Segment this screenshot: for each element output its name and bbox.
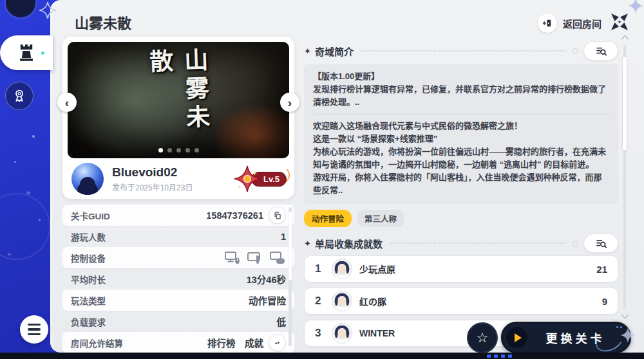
touch-device-icon	[247, 251, 263, 265]
dots-decoration	[616, 326, 622, 328]
level-cover-image: 山雾未散	[68, 42, 289, 158]
dotted-divider	[390, 243, 566, 244]
star-icon: ☆	[477, 330, 489, 345]
player-avatar	[332, 259, 352, 279]
ring-decoration	[573, 241, 578, 246]
table-scrollbar-thumb[interactable]	[289, 211, 292, 281]
table-scrollbar[interactable]	[289, 207, 292, 346]
player-avatar	[332, 323, 352, 344]
back-to-room-button[interactable]: 返回房间	[538, 14, 601, 33]
cover-calligraphy-title: 山雾未散	[142, 47, 215, 158]
carousel-next-button[interactable]: ›	[280, 93, 299, 112]
author-avatar[interactable]	[71, 163, 104, 195]
page-title: 山雾未散	[75, 12, 131, 32]
sparkle-decoration: ✦	[6, 251, 12, 258]
game-level-detail-screen: ✦ ✦ 山雾未散 返回房间 山雾未散	[0, 0, 644, 359]
accent-dot	[41, 51, 44, 55]
ring-decoration	[573, 48, 578, 54]
carousel-prev-button[interactable]: ‹	[57, 93, 77, 112]
table-row: 平均时长 13分46秒	[62, 268, 294, 290]
star-dot	[32, 135, 35, 138]
level-badge: Lv.5	[233, 165, 287, 193]
intro-section-title: 奇域简介	[315, 44, 354, 58]
scroll-up-icon[interactable]	[621, 35, 629, 43]
close-icon[interactable]	[608, 10, 631, 33]
chevron-left-icon: ‹	[65, 97, 69, 109]
page-scrollbar[interactable]	[622, 36, 627, 318]
medal-icon	[12, 88, 27, 104]
level-description: 【版本1.00更新】 发现排行榜计算逻辑有异常，已修复，并联系官方对之前异常的排…	[304, 64, 618, 204]
update-body: 发现排行榜计算逻辑有异常，已修复，并联系官方对之前异常的排行榜数据做了清榜处理。…	[313, 83, 609, 109]
main-panel: 山雾未散 返回房间 山雾未散 ‹ ›	[50, 0, 644, 353]
guid-value: 15847376261	[206, 210, 263, 221]
list-search-icon	[595, 45, 607, 57]
chevron-right-icon: ›	[288, 97, 292, 109]
sparkle-decoration: ✦	[24, 188, 32, 198]
table-row: 控制设备	[62, 247, 294, 268]
level-info-table: 关卡GUID 15847376261 游玩人数 1 控制设备	[62, 205, 294, 353]
achievements-section-title: 单局收集成就数	[315, 237, 383, 250]
star-dot	[39, 219, 41, 221]
author-name: Bluevoid02	[112, 165, 193, 180]
author-row: Bluevoid02 发布于2025年10月23日 Lv.5	[71, 163, 287, 194]
dotted-divider	[361, 50, 566, 51]
update-heading: 【版本1.00更新】	[313, 70, 609, 83]
tag-list: 动作冒险 第三人称	[304, 210, 618, 227]
exit-door-icon	[538, 14, 557, 33]
carousel-dots[interactable]	[68, 148, 289, 152]
sidebar-decoration	[4, 0, 37, 19]
copy-icon[interactable]	[269, 207, 286, 224]
description-text: 欢迎踏入这场融合现代元素与中式民俗的微恐解密之旅！ 这是一款以 “场景探索+线索…	[313, 120, 609, 197]
scroll-down-icon[interactable]	[621, 311, 629, 319]
star-dot	[14, 161, 16, 163]
badge-star-emblem-icon	[233, 165, 261, 193]
bottom-bar	[0, 353, 644, 359]
tag-perspective: 第三人称	[357, 210, 404, 227]
tag-genre: 动作冒险	[304, 210, 352, 227]
sidebar-item-levels-selected[interactable]	[0, 35, 53, 70]
sidebar-item-achievements[interactable]	[5, 82, 33, 110]
menu-button[interactable]	[20, 315, 48, 344]
publish-date: 发布于2025年10月23日	[112, 181, 193, 192]
list-search-icon	[595, 237, 607, 250]
table-row: 游玩人数 1	[62, 226, 294, 247]
switch-level-button[interactable]: 更换关卡	[501, 322, 631, 353]
leaderboard-row[interactable]: 1 少玩点原 21	[304, 255, 618, 282]
level-card: 山雾未散 ‹ › Bluevoid02 发布于2025年10月23日	[62, 37, 294, 199]
achievements-section-header: ✦ 单局收集成就数	[304, 234, 618, 253]
table-row: 玩法类型 动作冒险	[62, 290, 294, 311]
expand-icon[interactable]: ▴▾	[269, 334, 286, 351]
pc-mouse-device-icon	[224, 251, 241, 265]
favorite-button[interactable]: ☆	[467, 322, 498, 353]
table-row: 房间允许结算 排行榜 成就 ▴▾	[62, 332, 294, 353]
achievements-detail-button[interactable]	[583, 234, 618, 253]
right-column: ✦ 奇域简介 【版本1.00更新】 发现排行榜计算逻辑有异常，已修复，并联系官方…	[304, 41, 618, 347]
intro-section-header: ✦ 奇域简介	[304, 41, 618, 60]
gamepad-device-icon	[269, 251, 286, 265]
table-row: 负载要求 低	[62, 311, 294, 332]
bar-lights-decoration	[487, 354, 512, 358]
rook-icon	[15, 42, 37, 64]
player-avatar	[332, 291, 352, 311]
leaderboard-row[interactable]: 2 红の豚 9	[304, 288, 618, 315]
sparkle-icon: ✦	[304, 239, 311, 248]
table-row: 关卡GUID 15847376261	[62, 205, 294, 226]
compass-decoration	[0, 193, 50, 260]
back-button-label: 返回房间	[563, 17, 601, 30]
sparkle-icon: ✦	[304, 46, 311, 56]
scrollbar-thumb[interactable]	[623, 57, 627, 151]
divider	[313, 114, 609, 115]
intro-detail-button[interactable]	[583, 41, 618, 60]
